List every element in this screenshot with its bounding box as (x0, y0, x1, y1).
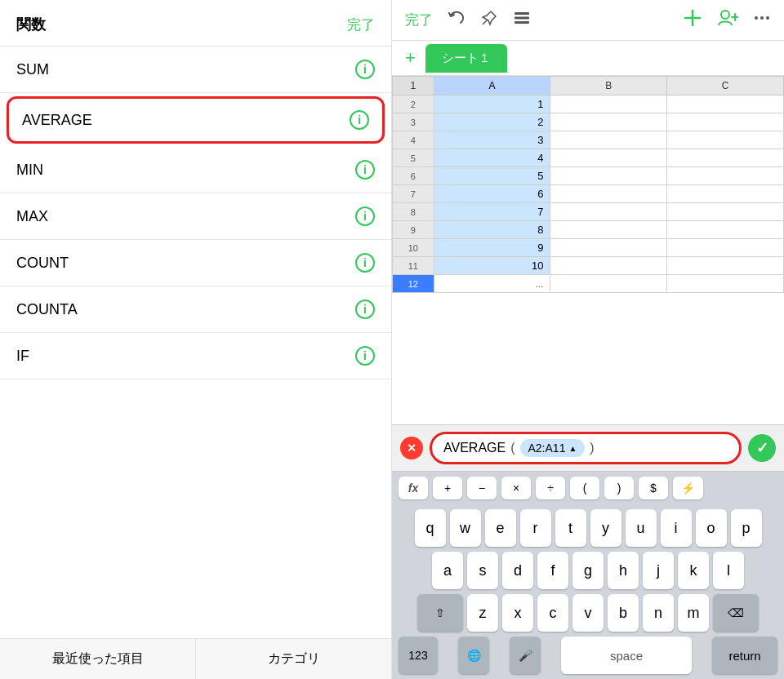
cell-c12[interactable] (667, 275, 784, 293)
plus-key[interactable]: + (433, 477, 462, 499)
cell-a11[interactable]: 10 (434, 257, 550, 275)
cell-c7[interactable] (667, 185, 784, 203)
formula-cancel-button[interactable]: ✕ (400, 437, 423, 459)
cell-c10[interactable] (667, 239, 784, 257)
col-a-header[interactable]: A (434, 77, 550, 95)
divide-key[interactable]: ÷ (536, 477, 565, 499)
key-t[interactable]: t (555, 509, 586, 547)
cell-b10[interactable] (550, 239, 667, 257)
cell-b5[interactable] (550, 149, 667, 167)
function-item-count[interactable]: COUNT i (0, 240, 391, 286)
function-item-counta[interactable]: COUNTA i (0, 286, 391, 333)
info-icon-counta[interactable]: i (355, 300, 375, 319)
key-d[interactable]: d (502, 552, 533, 589)
key-o[interactable]: o (696, 509, 727, 547)
function-item-if[interactable]: IF i (0, 333, 391, 379)
function-item-sum[interactable]: SUM i (0, 47, 391, 93)
info-icon-average[interactable]: i (350, 110, 369, 130)
num-key[interactable]: 123 (399, 637, 438, 674)
key-p[interactable]: p (731, 509, 762, 547)
cell-c6[interactable] (667, 167, 784, 185)
lightning-key[interactable]: ⚡ (673, 477, 703, 499)
key-i[interactable]: i (661, 509, 692, 547)
key-e[interactable]: e (485, 509, 516, 547)
formula-confirm-button[interactable]: ✓ (748, 434, 776, 462)
open-paren-key[interactable]: ( (570, 477, 599, 499)
cell-c9[interactable] (667, 221, 784, 239)
cell-a12[interactable]: ... (434, 275, 550, 293)
cell-a4[interactable]: 3 (434, 131, 550, 149)
key-l[interactable]: l (713, 552, 744, 589)
key-q[interactable]: q (415, 509, 446, 547)
key-n[interactable]: n (643, 594, 674, 632)
return-key[interactable]: return (712, 637, 777, 674)
key-k[interactable]: k (678, 552, 709, 589)
dollar-key[interactable]: $ (639, 477, 668, 499)
cell-a10[interactable]: 9 (434, 239, 550, 257)
info-icon-min[interactable]: i (355, 160, 375, 180)
key-y[interactable]: y (590, 509, 621, 547)
cell-a6[interactable]: 5 (434, 167, 550, 185)
cell-a9[interactable]: 8 (434, 221, 550, 239)
key-b[interactable]: b (608, 594, 639, 632)
key-r[interactable]: r (520, 509, 551, 547)
info-icon-count[interactable]: i (355, 253, 375, 273)
pin-icon[interactable] (480, 9, 498, 31)
delete-key[interactable]: ⌫ (713, 594, 759, 632)
cell-a5[interactable]: 4 (434, 149, 550, 167)
cell-b12[interactable] (550, 275, 667, 293)
cell-a2[interactable]: 1 (434, 95, 550, 113)
undo-icon[interactable] (448, 9, 466, 31)
close-paren-key[interactable]: ) (604, 477, 634, 499)
cell-a7[interactable]: 6 (434, 185, 550, 203)
key-h[interactable]: h (608, 552, 639, 589)
more-icon[interactable] (753, 9, 771, 31)
cell-b9[interactable] (550, 221, 667, 239)
cell-b8[interactable] (550, 203, 667, 221)
list-icon[interactable] (513, 9, 531, 31)
key-x[interactable]: x (502, 594, 533, 632)
minus-key[interactable]: − (467, 477, 497, 499)
key-f[interactable]: f (537, 552, 568, 589)
cell-b7[interactable] (550, 185, 667, 203)
cell-c3[interactable] (667, 113, 784, 131)
multiply-key[interactable]: × (501, 477, 531, 499)
cell-b11[interactable] (550, 257, 667, 275)
key-m[interactable]: m (678, 594, 709, 632)
cell-a3[interactable]: 2 (434, 113, 550, 131)
recent-items-button[interactable]: 最近使った項目 (0, 639, 196, 679)
key-s[interactable]: s (467, 552, 498, 589)
sheet-tab-1[interactable]: シート１ (425, 44, 507, 73)
toolbar-done-button[interactable]: 完了 (405, 11, 433, 29)
cell-b3[interactable] (550, 113, 667, 131)
cell-c11[interactable] (667, 257, 784, 275)
shift-key[interactable]: ⇧ (417, 594, 463, 632)
function-item-min[interactable]: MIN i (0, 147, 391, 193)
cell-c8[interactable] (667, 203, 784, 221)
cell-c5[interactable] (667, 149, 784, 167)
cell-c2[interactable] (667, 95, 784, 113)
col-c-header[interactable]: C (667, 77, 784, 95)
key-g[interactable]: g (572, 552, 604, 589)
info-icon-if[interactable]: i (355, 346, 375, 366)
globe-key[interactable]: 🌐 (458, 637, 489, 674)
mic-key[interactable]: 🎤 (510, 637, 541, 674)
info-icon-max[interactable]: i (355, 206, 375, 226)
key-u[interactable]: u (626, 509, 657, 547)
key-z[interactable]: z (467, 594, 498, 632)
cell-b4[interactable] (550, 131, 667, 149)
key-v[interactable]: v (572, 594, 604, 632)
space-key[interactable]: space (561, 637, 692, 674)
function-item-max[interactable]: MAX i (0, 193, 391, 240)
function-item-average[interactable]: AVERAGE i (7, 96, 385, 144)
cell-b6[interactable] (550, 167, 667, 185)
category-button[interactable]: カテゴリ (196, 639, 391, 679)
cell-a8[interactable]: 7 (434, 203, 550, 221)
col-b-header[interactable]: B (550, 77, 667, 95)
cell-b2[interactable] (550, 95, 667, 113)
key-c[interactable]: c (537, 594, 568, 632)
key-w[interactable]: w (450, 509, 481, 547)
cell-c4[interactable] (667, 131, 784, 149)
add-sheet-button[interactable]: + (399, 41, 422, 75)
formula-arg-pill[interactable]: A2:A11 ▲ (520, 439, 586, 457)
